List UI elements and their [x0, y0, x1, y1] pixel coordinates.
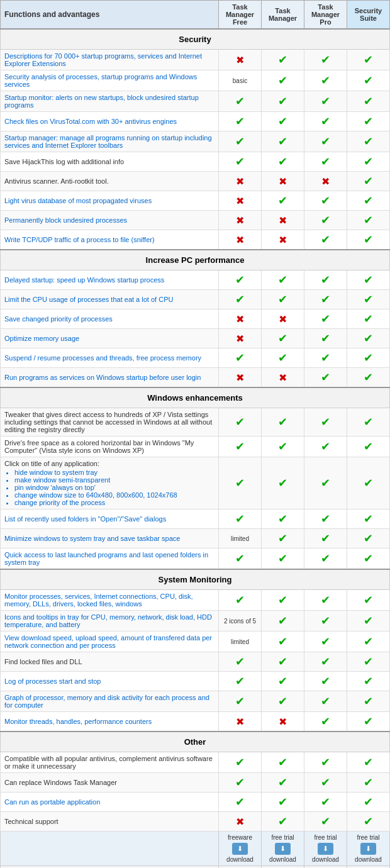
check-icon: ✔ [278, 155, 287, 168]
check-icon: ✔ [235, 477, 245, 489]
col4-cell: ✔ [347, 793, 390, 812]
cross-icon: ✖ [236, 816, 244, 827]
check-icon: ✔ [321, 655, 330, 668]
check-icon: ✔ [364, 715, 373, 728]
feature-cell: Check files on VirusTotal.com with 30+ a… [1, 112, 219, 131]
check-icon: ✔ [235, 796, 245, 808]
table-row: Startup monitor: alerts on new startups,… [1, 91, 390, 112]
cross-icon: ✖ [236, 176, 244, 187]
col4-cell: ✔ [347, 309, 390, 329]
col4-cell: ✔ [347, 652, 390, 672]
feature-cell: Drive's free space as a colored horizont… [1, 437, 219, 457]
cross-icon: ✖ [321, 176, 330, 187]
list-item: change window size to 640x480, 800x600, … [14, 491, 214, 499]
col2-header: Task Manager [262, 1, 304, 30]
product-label-cell [1, 832, 219, 866]
feature-cell: Click on title of any application: hide … [1, 457, 219, 509]
col1-cell: ✔ [219, 408, 262, 437]
feature-cell: Run programs as services on Windows star… [1, 368, 219, 388]
col2-cell: ✖ [262, 211, 304, 230]
col2-cell: ✔ [262, 509, 304, 529]
col3-cell: ✔ [304, 611, 347, 632]
col4-cell: ✔ [347, 112, 390, 131]
feature-cell: Startup manager: manage all programs run… [1, 131, 219, 152]
col4-cell: ✔ [347, 230, 390, 250]
feature-cell: List of recently used folders in "Open"/… [1, 509, 219, 529]
col1-cell: ✖ [219, 50, 262, 70]
col3-cell: ✔ [304, 290, 347, 309]
col2-cell: ✔ [262, 812, 304, 832]
check-icon: ✔ [364, 594, 373, 606]
check-icon: ✔ [321, 695, 330, 708]
feature-cell: Optimize memory usage [1, 329, 219, 348]
col1-cell: ✔ [219, 437, 262, 457]
col3-type: free trial [307, 834, 344, 841]
check-icon: ✔ [278, 615, 287, 627]
col3-cell: ✔ [304, 70, 347, 91]
col4-cell: ✔ [347, 773, 390, 793]
check-icon: ✔ [278, 513, 287, 525]
cross-icon: ✖ [236, 215, 244, 226]
col3-cell: ✔ [304, 812, 347, 832]
feature-cell: Light virus database of most propagated … [1, 191, 219, 211]
col4-cell: ✔ [347, 509, 390, 529]
col4-cell: ✔ [347, 672, 390, 691]
check-icon: ✔ [278, 655, 287, 668]
table-row: Optimize memory usage ✖ ✔ ✔ ✔ [1, 329, 390, 348]
check-icon: ✔ [364, 416, 373, 428]
col4-cell: ✔ [347, 172, 390, 191]
col1-cell: ✔ [219, 112, 262, 131]
check-icon: ✔ [321, 416, 330, 428]
feature-cell: Can replace Windows Task Manager [1, 773, 219, 793]
list-item: change priority of the process [14, 499, 214, 506]
col2-cell: ✔ [262, 793, 304, 812]
col3-download-btn[interactable]: ⬇ [307, 843, 344, 855]
col1-cell: limited [219, 632, 262, 652]
col3-cell: ✔ [304, 773, 347, 793]
cross-icon: ✖ [279, 716, 287, 727]
table-row: Icons and tooltips in tray for CPU, memo… [1, 611, 390, 632]
check-icon: ✔ [278, 274, 287, 286]
table-row: List of recently used folders in "Open"/… [1, 509, 390, 529]
feature-cell: Find locked files and DLL [1, 652, 219, 672]
cross-icon: ✖ [236, 235, 244, 245]
col4-cell: ✔ [347, 632, 390, 652]
col2-cell: ✔ [262, 590, 304, 611]
col4-cell: ✔ [347, 131, 390, 152]
cross-icon: ✖ [236, 372, 244, 383]
cross-icon: ✖ [236, 716, 244, 727]
table-row: Can run as portable application ✔ ✔ ✔ ✔ [1, 793, 390, 812]
check-icon: ✔ [321, 532, 330, 545]
check-icon: ✔ [235, 115, 245, 128]
col1-type: freeware [221, 834, 259, 841]
col2-cell: ✔ [262, 329, 304, 348]
col1-download: freeware ⬇ download [219, 832, 262, 866]
check-icon: ✔ [321, 796, 330, 808]
cross-icon: ✖ [279, 235, 287, 245]
table-row: Quick access to last launched programs a… [1, 548, 390, 570]
col2-cell: ✔ [262, 152, 304, 172]
col2-cell: ✔ [262, 191, 304, 211]
section-title: Increase PC performance [1, 250, 390, 270]
check-icon: ✔ [321, 552, 330, 565]
check-icon: ✔ [364, 175, 373, 187]
check-icon: ✔ [321, 233, 330, 246]
col1-download-btn[interactable]: ⬇ [221, 843, 259, 855]
col1-cell: ✖ [219, 309, 262, 329]
col4-download-btn[interactable]: ⬇ [350, 843, 387, 855]
section-title: Security [1, 29, 390, 50]
col2-cell: ✔ [262, 348, 304, 368]
col2-download-btn[interactable]: ⬇ [264, 843, 301, 855]
feature-cell: Monitor threads, handles, performance co… [1, 712, 219, 732]
col2-download: free trial ⬇ download [262, 832, 304, 866]
check-icon: ✔ [278, 756, 287, 769]
feature-cell: Quick access to last launched programs a… [1, 548, 219, 570]
feature-cell: Limit the CPU usage of processes that ea… [1, 290, 219, 309]
col4-cell: ✔ [347, 611, 390, 632]
col3-cell: ✔ [304, 652, 347, 672]
check-icon: ✔ [278, 332, 287, 345]
check-icon: ✔ [321, 477, 330, 489]
col3-cell: ✔ [304, 131, 347, 152]
table-row: Graph of processor, memory and disk acti… [1, 691, 390, 712]
check-icon: ✔ [278, 352, 287, 364]
